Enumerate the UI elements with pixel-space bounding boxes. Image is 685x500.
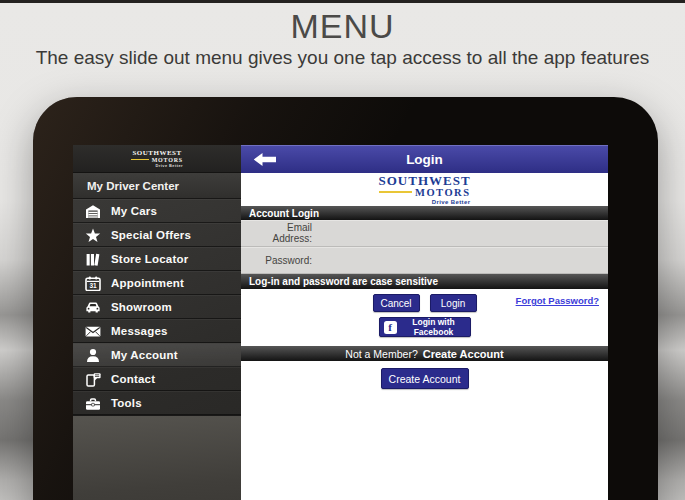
menu-item-my-cars[interactable]: My Cars <box>73 199 241 223</box>
person-icon <box>84 348 101 363</box>
login-button[interactable]: Login <box>430 294 477 312</box>
login-title: Login <box>406 152 443 167</box>
caption: MENU The easy slide out menu gives you o… <box>0 6 685 70</box>
password-label: Password: <box>252 255 312 266</box>
books-icon <box>84 252 101 267</box>
menu-item-label: Showroom <box>111 301 172 313</box>
logo-yellow-line <box>379 191 413 193</box>
back-button[interactable] <box>253 152 277 167</box>
menu-item-label: Appointment <box>111 277 184 289</box>
sidebar-footer-area <box>73 415 241 500</box>
slide-out-menu: SOUTHWEST MOTORS Drive Better My Driver … <box>73 145 241 500</box>
logo-yellow-line <box>131 159 149 160</box>
menu-item-label: Store Locator <box>111 253 188 265</box>
menu-item-special-offers[interactable]: Special Offers <box>73 223 241 247</box>
menu-item-messages[interactable]: Messages <box>73 319 241 343</box>
create-account-area: Create Account <box>241 361 608 500</box>
password-field[interactable]: Password: <box>241 247 608 274</box>
menu-item-label: Messages <box>111 325 168 337</box>
phone-chat-icon <box>84 372 101 387</box>
email-label: Email Address: <box>252 222 312 244</box>
brand-logo-mini: SOUTHWEST MOTORS Drive Better <box>131 150 183 168</box>
create-account-button[interactable]: Create Account <box>381 368 469 389</box>
car-icon <box>84 300 101 315</box>
svg-text:31: 31 <box>89 282 97 289</box>
calendar-icon: 31 <box>84 276 101 291</box>
menu-item-contact[interactable]: Contact <box>73 367 241 391</box>
email-field[interactable]: Email Address: <box>241 220 608 247</box>
menu-item-store-locator[interactable]: Store Locator <box>73 247 241 271</box>
brand-logo: SOUTHWEST MOTORS Drive Better <box>379 174 471 206</box>
toolbox-icon <box>84 396 101 411</box>
sidebar-brand-logo: SOUTHWEST MOTORS Drive Better <box>73 145 241 173</box>
menu-item-label: Special Offers <box>111 229 191 241</box>
not-member-bar: Not a Member? Create Account <box>241 346 608 361</box>
case-sensitive-note: Log-in and password are case sensitive <box>241 274 608 289</box>
login-title-bar: Login <box>241 145 608 173</box>
menu-item-label: Tools <box>111 397 142 409</box>
facebook-login-label: Login with Facebook <box>402 317 466 337</box>
menu-item-my-account[interactable]: My Account <box>73 343 241 367</box>
login-screen: Login SOUTHWEST MOTORS Drive Better Acco… <box>241 145 608 500</box>
section-header-account-login: Account Login <box>241 206 608 220</box>
star-icon <box>84 228 101 243</box>
menu-item-label: Contact <box>111 373 155 385</box>
facebook-icon: f <box>384 321 397 334</box>
brand-logo-strip: SOUTHWEST MOTORS Drive Better <box>241 173 608 206</box>
page-subtitle: The easy slide out menu gives you one ta… <box>0 46 685 70</box>
tablet-device: SOUTHWEST MOTORS Drive Better My Driver … <box>33 97 658 500</box>
menu-item-label: My Account <box>111 349 178 361</box>
garage-icon <box>84 204 101 219</box>
cancel-button[interactable]: Cancel <box>373 294 420 312</box>
menu-item-appointment[interactable]: 31 Appointment <box>73 271 241 295</box>
menu-item-tools[interactable]: Tools <box>73 391 241 415</box>
screenshot-stage: MENU The easy slide out menu gives you o… <box>0 0 685 500</box>
tablet-screen: SOUTHWEST MOTORS Drive Better My Driver … <box>73 145 608 500</box>
member-prompt: Not a Member? <box>345 348 417 360</box>
menu-item-showroom[interactable]: Showroom <box>73 295 241 319</box>
back-arrow-icon <box>253 152 277 167</box>
menu-item-label: My Cars <box>111 205 157 217</box>
page-title: MENU <box>0 6 685 46</box>
menu-section-header: My Driver Center <box>73 173 241 199</box>
forgot-password-link[interactable]: Forgot Password? <box>516 295 599 306</box>
top-border <box>0 0 685 3</box>
login-actions: Cancel Login Forgot Password? f Login wi… <box>241 289 608 346</box>
facebook-login-button[interactable]: f Login with Facebook <box>379 317 471 337</box>
member-action: Create Account <box>423 348 504 360</box>
envelope-icon <box>84 324 101 339</box>
